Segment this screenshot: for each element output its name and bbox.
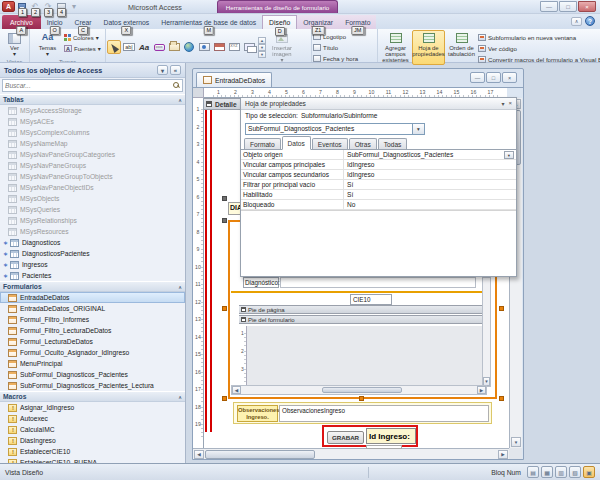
property-sheet-tab[interactable]: Otras [349,138,377,149]
label-control-icon[interactable]: Aa [137,40,151,54]
property-sheet-tab[interactable]: Formato [244,138,281,149]
scrollbar-thumb[interactable] [205,450,315,459]
button-control-icon[interactable]: xxxx [152,40,166,54]
doc-horizontal-scrollbar[interactable]: ◀ ▶ [193,448,509,459]
subform-selection-handle[interactable] [499,396,504,401]
cie10-textbox[interactable]: CIE10 [350,294,392,305]
diagnostico-field[interactable] [280,277,476,288]
property-sheet-tab[interactable]: Todas [378,138,408,149]
minimize-button[interactable]: — [540,1,558,12]
nav-search-box[interactable] [2,79,183,92]
observaciones-textbox[interactable]: ObservacionesIngreso [279,405,489,422]
subform-horizontal-scrollbar[interactable]: ◀ ▶ [231,385,487,395]
maximize-button[interactable]: □ [559,1,577,12]
image-control-icon[interactable] [197,40,211,54]
observaciones-label[interactable]: Observaciones Ingreso. [237,405,278,422]
nav-item-table[interactable]: ∗ MSysNameMap [0,138,185,149]
id-ingreso-textbox[interactable] [366,445,402,449]
nav-item-macro[interactable]: Autoexec [0,413,185,424]
nav-item-macro[interactable]: EstablecerCIE10 [0,446,185,457]
design-view-button[interactable]: ▣ [583,466,595,478]
header-footer-button[interactable]: Título [313,43,376,52]
nav-menu-icon[interactable]: ▾ [157,65,168,75]
nav-item-table[interactable]: ∗ MSysNavPaneGroupCategories [0,149,185,160]
nav-item-table[interactable]: ∗ MSysNavPaneObjectIDs [0,182,185,193]
nav-item-form[interactable]: Formul_LecturaDeDatos [0,336,185,347]
qat-dropdown[interactable]: ▾ [68,1,80,13]
property-row[interactable]: Vincular campos secundarios IdIngreso ▾ [241,170,516,180]
unbound-object-control-icon[interactable]: XYZ [227,40,241,54]
property-sheet-tab[interactable]: Eventos [312,138,348,149]
nav-item-form[interactable]: Formul_Filtro_Informes [0,314,185,325]
id-ingreso-label[interactable]: Id Ingreso: [366,428,416,444]
scroll-right-icon[interactable]: ▶ [477,386,486,394]
herramientas-big-button[interactable]: Orden de tabulación [445,30,478,65]
property-sheet-title-bar[interactable]: Hoja de propiedades ▾ × [241,98,516,110]
ribbon-tab[interactable]: Diseño D [262,15,297,29]
nav-item-table[interactable]: ∗ Pacientes [0,270,185,281]
web-browser-control-icon[interactable] [182,40,196,54]
doc-close-button[interactable]: × [502,72,517,83]
selection-handle[interactable] [222,196,227,201]
access-logo-icon[interactable]: A [2,1,15,12]
nav-item-table[interactable]: ∗ MSysQueries [0,204,185,215]
header-footer-button[interactable]: Fecha y hora [313,54,376,63]
nav-item-table[interactable]: ∗ Ingresos [0,259,185,270]
herramientas-big-button[interactable]: Hoja de propiedades [412,30,445,65]
doc-minimize-button[interactable]: — [470,72,485,83]
herramientas-small-button[interactable]: Convertir macros del formulario a Visual… [478,55,600,64]
subform-control-icon[interactable] [242,40,256,54]
nav-item-table[interactable]: ∗ MSysComplexColumns [0,127,185,138]
subform-vertical-ruler[interactable]: 123 [239,326,247,387]
property-row[interactable]: Habilitado Sí ▾ [241,190,516,200]
nav-item-form[interactable]: Formul_Oculto_Asignador_IdIngreso [0,347,185,358]
close-button[interactable]: × [578,1,596,12]
nav-pane-header[interactable]: Todos los objetos de Access ▾ « [0,63,185,78]
herramientas-small-button[interactable]: Subformulario en nueva ventana [478,33,600,42]
tab-control-icon[interactable] [167,40,181,54]
document-tab-entradadedatos[interactable]: EntradaDeDatos [196,72,272,87]
help-icon[interactable]: ? [585,16,595,26]
search-input[interactable] [5,82,173,89]
pie-del-formulario-bar[interactable]: Pie del formulario [239,315,487,324]
navigation-control-icon[interactable] [212,40,226,54]
doc-restore-button[interactable]: □ [486,72,501,83]
herramientas-small-button[interactable]: Ver código [478,44,600,53]
redo-button[interactable]: ↷3 [42,1,54,13]
nav-item-table[interactable]: ∗ MSysAccessStorage [0,105,185,116]
section-collapse-icon[interactable]: ∧ [178,97,182,103]
section-collapse-icon[interactable]: ∧ [178,284,182,290]
vertical-ruler[interactable]: 12345678910111213141516171819 [193,98,204,448]
scroll-down-icon[interactable]: ▼ [511,437,521,447]
select-cursor-icon[interactable] [107,40,121,54]
nav-item-table[interactable]: ∗ MSysObjects [0,193,185,204]
ribbon-tab[interactable]: Herramientas de base de datos M [155,15,262,29]
layout-view-button[interactable]: ▥ [555,466,567,478]
nav-section-formularios[interactable]: Formularios ∧ [0,281,185,292]
section-collapse-icon[interactable]: ∧ [178,394,182,400]
pie-de-pagina-bar[interactable]: Pie de página [239,305,487,314]
nav-item-table[interactable]: ∗ MSysResources [0,226,185,237]
nav-item-form[interactable]: MenuPrincipal [0,358,185,369]
subform-selection-handle[interactable] [359,396,364,401]
nav-item-macro[interactable]: DiasIngreso [0,435,185,446]
scrollbar-thumb[interactable] [322,387,402,393]
nav-item-table[interactable]: ∗ MSysACEs [0,116,185,127]
save-button[interactable]: 1 [16,1,28,13]
property-dropdown-icon[interactable]: ▾ [504,151,514,159]
grabar-button[interactable]: GRABAR [327,431,364,444]
nav-item-macro[interactable]: CalculaIMC [0,424,185,435]
controls-more-icon[interactable]: ▼ [258,51,266,58]
selection-combo-value[interactable]: SubFormul_Diagnosticos_Pacientes [245,123,413,135]
selection-handle[interactable] [222,218,227,223]
property-sheet-menu-icon[interactable]: ▾ [501,100,504,107]
property-sheet-close-icon[interactable]: × [508,100,512,107]
ribbon-tab[interactable]: Organizar Z1 [297,15,339,29]
print-button[interactable]: 4 [55,1,67,13]
subform-selection-handle[interactable] [222,306,227,311]
property-row[interactable]: Vincular campos principales IdIngreso ▾ [241,160,516,170]
subform-selection-handle[interactable] [499,306,504,311]
nav-item-macro[interactable]: Asignar_IdIngreso [0,402,185,413]
nav-item-form[interactable]: EntradaDeDatos [0,292,185,303]
ribbon-tab[interactable]: Crear C [69,15,98,29]
